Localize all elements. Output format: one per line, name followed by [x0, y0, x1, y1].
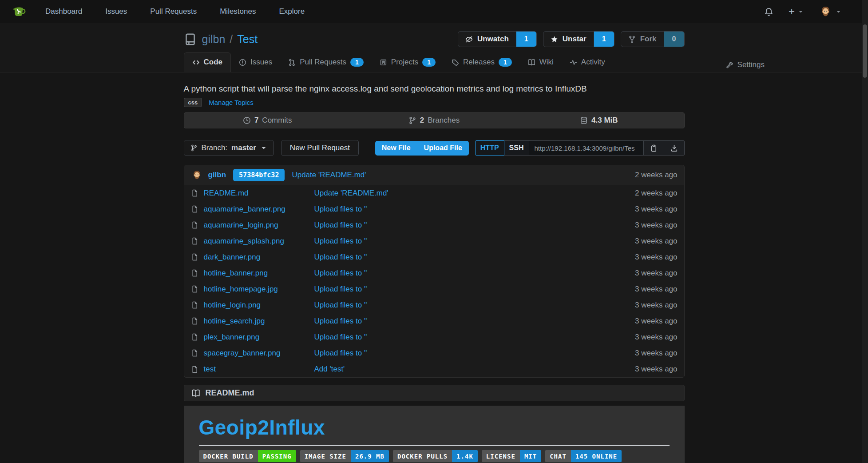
file-name-link[interactable]: hotline_homepage.jpg: [204, 285, 278, 294]
nav-item[interactable]: Explore: [279, 7, 305, 16]
file-time: 2 weeks ago: [635, 189, 677, 198]
shield-badge[interactable]: CHAT 145 ONLINE: [545, 450, 622, 462]
repo-action-button[interactable]: Unwatch 1: [458, 31, 537, 47]
tab-settings[interactable]: Settings: [718, 56, 773, 75]
user-menu[interactable]: [819, 5, 841, 19]
badge-value: MIT: [520, 450, 541, 462]
repo-action-button[interactable]: Fork 0: [621, 31, 685, 47]
file-name-link[interactable]: aquamarine_banner.png: [204, 205, 285, 214]
file-commit-message-link[interactable]: Upload files to '': [314, 285, 367, 294]
action-count-badge[interactable]: 1: [594, 32, 614, 47]
top-navbar: Dashboard Issues Pull Requests Milestone…: [0, 0, 868, 23]
main-nav: Dashboard Issues Pull Requests Milestone…: [45, 7, 305, 16]
gitea-logo-icon[interactable]: [12, 4, 27, 19]
book-icon: [191, 389, 200, 398]
file-time: 3 weeks ago: [635, 205, 677, 214]
repo-tab[interactable]: Pull Requests 1: [280, 53, 372, 72]
file-commit-message-link[interactable]: Upload files to '': [314, 333, 367, 342]
repo-tab[interactable]: Activity: [562, 53, 613, 72]
nav-item[interactable]: Pull Requests: [150, 7, 197, 16]
manage-topics-link[interactable]: Manage Topics: [209, 99, 254, 106]
create-new-menu[interactable]: +: [789, 6, 804, 17]
file-row: README.md Update 'README.md' 2 weeks ago: [184, 185, 684, 201]
repo-owner-link[interactable]: gilbn: [202, 33, 226, 46]
new-file-button[interactable]: New File: [375, 141, 417, 156]
repo-stat[interactable]: 2 Branches: [351, 113, 517, 128]
repo-tab[interactable]: Releases 1: [444, 53, 520, 72]
file-time: 3 weeks ago: [635, 333, 677, 342]
scrollbar-thumb[interactable]: [863, 24, 867, 78]
fork-icon: [628, 36, 636, 43]
http-toggle-button[interactable]: HTTP: [475, 140, 504, 156]
nav-item[interactable]: Dashboard: [45, 7, 82, 16]
file-row: spacegray_banner.png Upload files to '' …: [184, 345, 684, 361]
action-count-badge[interactable]: 0: [664, 32, 684, 47]
repo-tab[interactable]: Issues: [231, 53, 280, 72]
repo-actions: Unwatch 1 Unstar 1: [458, 31, 685, 47]
file-row: aquamarine_login.png Upload files to '' …: [184, 217, 684, 233]
copy-clone-url-button[interactable]: [644, 140, 664, 156]
repo-tab[interactable]: Wiki: [520, 53, 562, 72]
commit-sha-badge[interactable]: 57384bfc32: [233, 169, 285, 181]
repo-action-button[interactable]: Unstar 1: [543, 31, 614, 47]
repo-tab[interactable]: Projects 1: [372, 53, 444, 72]
file-name-link[interactable]: hotline_login.png: [204, 301, 261, 310]
notifications-bell-icon[interactable]: [764, 7, 773, 16]
file-name-link[interactable]: dark_banner.png: [204, 253, 261, 262]
file-name-link[interactable]: test: [204, 365, 216, 374]
upload-file-button[interactable]: Upload File: [417, 141, 469, 156]
file-name-link[interactable]: hotline_search.jpg: [204, 317, 265, 326]
file-name-link[interactable]: README.md: [204, 189, 249, 198]
file-commit-message-link[interactable]: Upload files to '': [314, 317, 367, 326]
branch-icon: [408, 116, 416, 124]
readme-header-bar: README.md: [184, 385, 685, 401]
file-commit-message-link[interactable]: Update 'README.md': [314, 189, 388, 198]
file-name-link[interactable]: hotline_banner.png: [204, 269, 268, 278]
commit-message-link[interactable]: Update 'README.md': [292, 171, 366, 180]
repo-tab[interactable]: Code: [184, 52, 231, 72]
ssh-toggle-button[interactable]: SSH: [504, 140, 529, 156]
file-name-link[interactable]: aquamarine_splash.png: [204, 237, 284, 246]
file-time: 3 weeks ago: [635, 349, 677, 358]
nav-item[interactable]: Issues: [105, 7, 127, 16]
file-commit-message-link[interactable]: Upload files to '': [314, 205, 367, 214]
action-count-badge[interactable]: 1: [516, 32, 536, 47]
shield-badge[interactable]: DOCKER BUILD PASSING: [199, 450, 296, 462]
shield-badge[interactable]: IMAGE SIZE 26.9 MB: [300, 450, 389, 462]
file-commit-message-link[interactable]: Upload files to '': [314, 221, 367, 230]
badge-value: 26.9 MB: [351, 450, 389, 462]
repo-stats-bar: 7 Commits 2 Branches 4.3 MiB: [184, 112, 685, 128]
file-icon: [191, 221, 198, 229]
file-name-link[interactable]: plex_banner.png: [204, 333, 260, 342]
file-name-link[interactable]: aquamarine_login.png: [204, 221, 278, 230]
file-row: aquamarine_banner.png Upload files to ''…: [184, 201, 684, 217]
tag-icon: [452, 59, 459, 66]
stat-label: Branches: [428, 116, 460, 125]
branch-selector[interactable]: Branch: master: [184, 140, 274, 156]
file-commit-message-link[interactable]: Upload files to '': [314, 349, 367, 358]
repo-name-link[interactable]: Test: [237, 33, 258, 46]
new-pull-request-button[interactable]: New Pull Request: [281, 140, 359, 156]
file-name-link[interactable]: spacegray_banner.png: [204, 349, 281, 358]
pulse-icon: [570, 59, 577, 66]
file-time: 3 weeks ago: [635, 301, 677, 310]
badge-label: CHAT: [545, 450, 571, 462]
file-commit-message-link[interactable]: Upload files to '': [314, 253, 367, 262]
nav-item[interactable]: Milestones: [220, 7, 256, 16]
file-commit-message-link[interactable]: Upload files to '': [314, 237, 367, 246]
download-archive-button[interactable]: [664, 140, 685, 156]
tab-label: Issues: [250, 58, 272, 67]
commit-author-link[interactable]: gilbn: [208, 171, 226, 180]
shield-badge[interactable]: DOCKER PULLS 1.4K: [393, 450, 478, 462]
topic-pill[interactable]: css: [184, 98, 202, 107]
shield-badge[interactable]: LICENSE MIT: [482, 450, 541, 462]
repo-stat[interactable]: 4.3 MiB: [517, 113, 684, 128]
file-icon: [191, 301, 198, 309]
clone-url-input[interactable]: [529, 140, 644, 156]
file-commit-message-link[interactable]: Add 'test': [314, 365, 345, 374]
page-scrollbar: [862, 0, 868, 463]
file-commit-message-link[interactable]: Upload files to '': [314, 269, 367, 278]
file-icon: [191, 285, 198, 293]
file-commit-message-link[interactable]: Upload files to '': [314, 301, 367, 310]
repo-stat[interactable]: 7 Commits: [184, 113, 351, 128]
